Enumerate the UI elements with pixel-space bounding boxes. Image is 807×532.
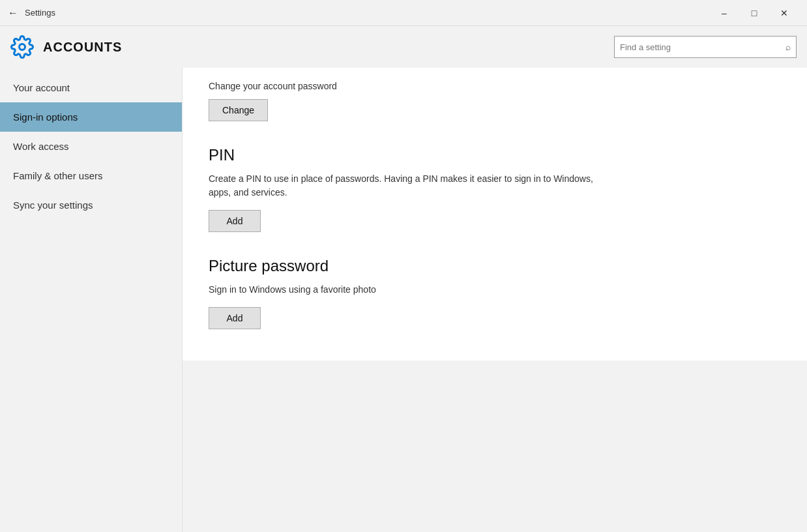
search-icon: ⌕ (785, 42, 791, 52)
sidebar: Your account Sign-in options Work access… (0, 68, 183, 532)
sidebar-item-sync-settings[interactable]: Sync your settings (0, 190, 182, 220)
picture-password-heading: Picture password (209, 257, 781, 275)
title-bar: ← Settings – □ ✕ (0, 0, 807, 26)
password-section: Change your account password Change (209, 81, 781, 126)
app-title: ACCOUNTS (43, 40, 122, 55)
sidebar-item-your-account[interactable]: Your account (0, 73, 182, 102)
add-picture-password-button[interactable]: Add (209, 307, 261, 329)
main-content: Your account Sign-in options Work access… (0, 68, 807, 532)
sidebar-item-work-access[interactable]: Work access (0, 132, 182, 161)
add-pin-button[interactable]: Add (209, 210, 261, 232)
gear-icon (10, 35, 34, 59)
maximize-button[interactable]: □ (739, 3, 769, 23)
title-bar-text: Settings (25, 8, 709, 18)
pin-description: Create a PIN to use in place of password… (209, 172, 600, 200)
content-wrapper: Change your account password Change PIN … (183, 68, 807, 532)
change-password-button[interactable]: Change (209, 99, 268, 121)
app-header: ACCOUNTS ⌕ (0, 26, 807, 68)
pin-section: PIN Create a PIN to use in place of pass… (209, 146, 781, 237)
password-section-title: Change your account password (209, 81, 781, 91)
search-box[interactable]: ⌕ (614, 36, 797, 58)
search-input[interactable] (620, 42, 785, 52)
sidebar-item-family-other-users[interactable]: Family & other users (0, 161, 182, 190)
svg-point-0 (20, 44, 25, 50)
header-left: ACCOUNTS (10, 35, 122, 59)
content-area: Change your account password Change PIN … (183, 68, 807, 361)
picture-password-section: Picture password Sign in to Windows usin… (209, 257, 781, 334)
sidebar-item-sign-in-options[interactable]: Sign-in options (0, 102, 182, 132)
picture-password-description: Sign in to Windows using a favorite phot… (209, 283, 600, 297)
back-button[interactable]: ← (8, 7, 18, 19)
minimize-button[interactable]: – (709, 3, 739, 23)
pin-heading: PIN (209, 146, 781, 164)
close-button[interactable]: ✕ (769, 3, 799, 23)
window-controls: – □ ✕ (709, 3, 799, 23)
